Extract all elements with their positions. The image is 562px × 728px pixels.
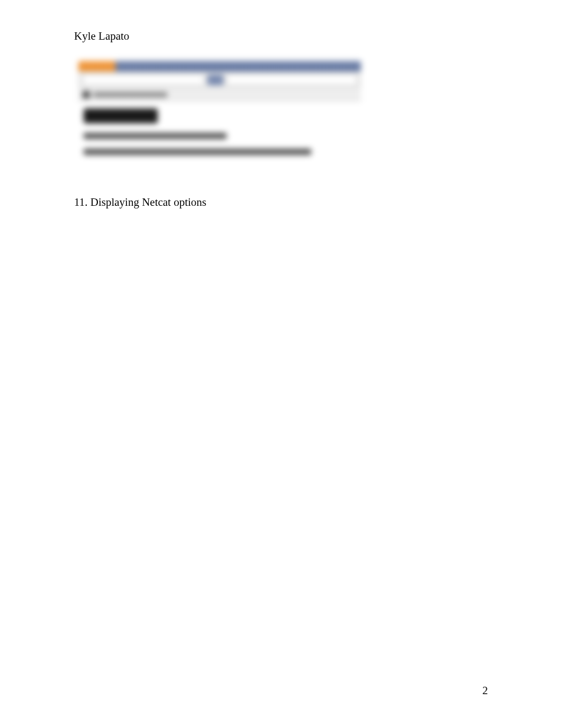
section-title: Displaying Netcat options [90, 196, 206, 208]
browser-active-tab [78, 61, 115, 71]
page-author-header: Kyle Lapato [74, 30, 129, 43]
browser-toolbar [78, 71, 361, 88]
embedded-browser-screenshot [78, 61, 361, 183]
browser-tab-bar-bg [115, 61, 361, 71]
section-number: 11. [74, 196, 87, 208]
browser-tab-row [78, 61, 361, 71]
bookmark-icon [83, 91, 90, 98]
content-line-1 [84, 133, 226, 139]
section-heading: 11. Displaying Netcat options [74, 196, 206, 209]
browser-content-area [78, 101, 361, 172]
content-heading-placeholder [84, 108, 158, 123]
page-number-value: 2 [483, 684, 488, 697]
url-go-button [207, 75, 223, 85]
url-bar-left [83, 75, 204, 85]
content-line-2 [84, 149, 311, 155]
author-name-text: Kyle Lapato [74, 30, 129, 42]
page-number: 2 [483, 684, 488, 697]
browser-bookmark-row [78, 88, 361, 101]
bookmark-text-placeholder [93, 92, 167, 97]
url-bar-right [226, 75, 357, 85]
